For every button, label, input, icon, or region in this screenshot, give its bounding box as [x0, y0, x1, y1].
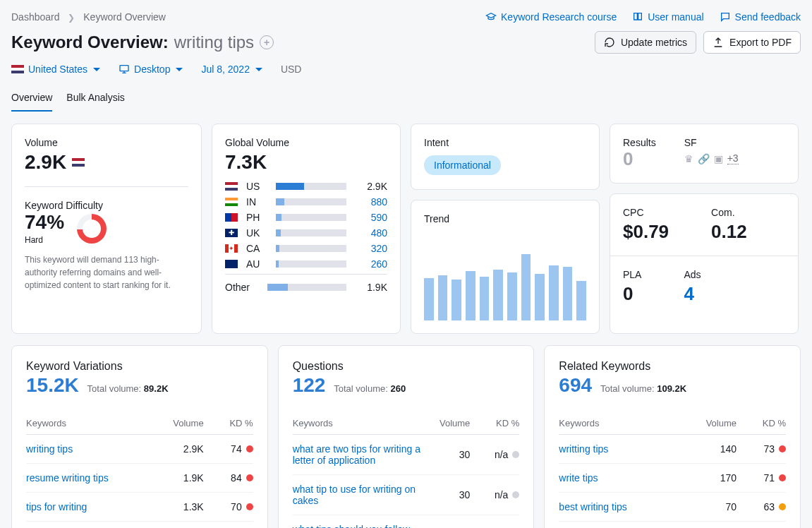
keyword-link[interactable]: resume writing tips [26, 472, 154, 484]
kd-value: 74% [25, 211, 64, 234]
breadcrumb: Dashboard ❯ Keyword Overview [11, 11, 166, 23]
kd-dot-icon [779, 474, 786, 481]
col-kd: KD % [204, 418, 253, 428]
questions-count[interactable]: 122 [293, 374, 326, 397]
flag-icon [225, 213, 238, 222]
country-filter[interactable]: United States [11, 64, 100, 75]
trend-bar [549, 265, 559, 320]
related-count[interactable]: 694 [559, 374, 592, 397]
intent-label: Intent [424, 137, 586, 148]
flag-icon [225, 260, 238, 268]
kd-label: Keyword Difficulty [25, 200, 188, 211]
com-label: Com. [711, 207, 747, 218]
sf-label: SF [684, 137, 739, 148]
table-row: resume writing tips 1.9K 84 [26, 464, 253, 493]
chat-icon [720, 11, 731, 23]
gv-other-label: Other [225, 282, 259, 293]
crown-icon: ♛ [684, 153, 693, 164]
kd-cell: 71 [737, 472, 786, 484]
page-keyword: writing tips [174, 32, 254, 52]
flag-icon [225, 229, 238, 237]
refresh-icon [604, 37, 615, 48]
variations-count[interactable]: 15.2K [26, 374, 79, 397]
keyword-research-course-link[interactable]: Keyword Research course [485, 11, 617, 23]
volume-cell: 30 [420, 489, 470, 500]
gv-row[interactable]: PH 590 [225, 212, 387, 223]
kd-cell: 84 [204, 472, 253, 484]
keyword-link[interactable]: best writing tips [559, 501, 687, 512]
keyword-link[interactable]: what tip to use for writing on cakes [293, 484, 421, 506]
update-metrics-button[interactable]: Update metrics [595, 31, 696, 54]
gv-other-value: 1.9K [355, 282, 387, 293]
flag-icon [225, 198, 238, 206]
kd-cell: 73 [737, 443, 786, 455]
ads-label: Ads [684, 269, 701, 280]
breadcrumb-dashboard[interactable]: Dashboard [11, 11, 60, 23]
us-flag-icon [11, 65, 24, 73]
intent-value: Informational [424, 155, 501, 175]
trend-bar [452, 280, 461, 320]
volume-cell: 30 [420, 449, 470, 460]
keyword-link[interactable]: what are two tips for writing a letter o… [293, 443, 421, 466]
ads-value[interactable]: 4 [684, 283, 701, 305]
col-volume: Volume [420, 418, 470, 428]
gv-row[interactable]: UK 480 [225, 227, 387, 239]
gv-value: 590 [355, 212, 387, 223]
keyword-link[interactable]: writting tips [559, 443, 687, 455]
gv-value: 260 [355, 258, 387, 270]
flag-icon [225, 182, 238, 191]
keyword-link[interactable]: write tips [559, 472, 687, 484]
questions-card: Questions 122 Total volume: 260 Keywords… [278, 345, 535, 528]
device-filter[interactable]: Desktop [119, 64, 183, 75]
volume-cell: 2.9K [154, 443, 204, 455]
tab-bulk-analysis[interactable]: Bulk Analysis [66, 88, 124, 112]
serp-feature-icons[interactable]: ♛ 🔗 ▣ +3 [684, 152, 739, 164]
global-volume-label: Global Volume [225, 137, 387, 148]
kd-dot-icon [246, 503, 253, 510]
kd-dot-icon [246, 445, 253, 452]
kd-cell: 70 [204, 501, 253, 512]
table-row: what tip to use for writing on cakes 30 … [293, 475, 520, 515]
image-icon: ▣ [714, 153, 723, 164]
desktop-icon [119, 64, 130, 75]
svg-rect-0 [120, 66, 128, 71]
trend-bar [535, 274, 545, 320]
gv-country: UK [246, 227, 267, 239]
trend-bar [521, 254, 531, 320]
col-volume: Volume [687, 418, 737, 428]
export-pdf-button[interactable]: Export to PDF [703, 31, 801, 54]
com-value: 0.12 [711, 221, 747, 243]
results-value: 0 [623, 148, 656, 170]
graduation-cap-icon [485, 11, 497, 23]
user-manual-link[interactable]: User manual [632, 11, 703, 23]
gv-row[interactable]: CA 320 [225, 243, 387, 254]
keyword-link[interactable]: writing tips [26, 443, 154, 455]
variations-title: Keyword Variations [26, 360, 253, 373]
sf-more[interactable]: +3 [727, 152, 739, 164]
gv-country: IN [246, 196, 267, 208]
date-filter[interactable]: Jul 8, 2022 [201, 64, 262, 75]
cpc-value: $0.79 [623, 221, 669, 243]
trend-bar [507, 272, 517, 320]
add-keyword-button[interactable]: + [260, 35, 274, 49]
tab-overview[interactable]: Overview [11, 88, 52, 112]
keyword-link[interactable]: tips for writing [26, 501, 154, 512]
volume-cell: 170 [687, 472, 737, 484]
kd-cell: 74 [204, 443, 253, 455]
gv-country: CA [246, 243, 267, 254]
keyword-link[interactable]: what tips should you follow when writing… [293, 524, 421, 528]
pla-label: PLA [623, 269, 641, 280]
kd-dot-icon [512, 451, 519, 458]
trend-bar [563, 267, 573, 320]
gv-row[interactable]: AU 260 [225, 258, 387, 270]
trend-bar [466, 271, 475, 320]
gv-value: 480 [355, 227, 387, 239]
gv-row[interactable]: US 2.9K [225, 181, 387, 192]
send-feedback-link[interactable]: Send feedback [720, 11, 801, 23]
kd-dot-icon [512, 491, 519, 498]
gv-country: US [246, 181, 267, 192]
volume-cell: 140 [687, 443, 737, 455]
table-row: writting tips 140 73 [559, 435, 786, 464]
col-keywords: Keywords [293, 418, 421, 428]
gv-row[interactable]: IN 880 [225, 196, 387, 208]
